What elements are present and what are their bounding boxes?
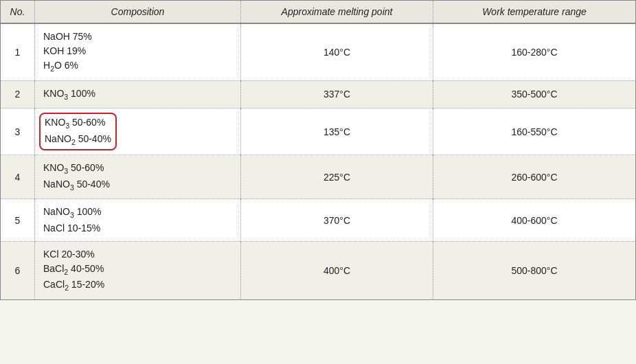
- composition-line: CaCl2 15-20%: [43, 277, 232, 294]
- composition-line: KNO3 100%: [43, 87, 232, 103]
- header-melting-point: Approximate melting point: [241, 1, 433, 24]
- cell-composition: KNO3 50-60%NaNO2 50-40%: [35, 109, 241, 155]
- cell-work-temp: 260-600°C: [433, 155, 636, 199]
- cell-no: 6: [1, 241, 35, 299]
- table-header-row: No. Composition Approximate melting poin…: [1, 1, 636, 24]
- cell-composition: NaNO3 100%NaCl 10-15%: [35, 199, 241, 242]
- composition-line: KOH 19%: [43, 44, 232, 58]
- cell-work-temp: 400-600°C: [433, 199, 636, 242]
- cell-no: 3: [1, 109, 35, 155]
- composition-line: BaCl2 40-50%: [43, 262, 232, 278]
- cell-melting-point: 337°C: [241, 80, 433, 109]
- cell-no: 4: [1, 155, 35, 199]
- cell-work-temp: 500-800°C: [433, 241, 636, 299]
- table-row: 6KCl 20-30%BaCl2 40-50%CaCl2 15-20%400°C…: [1, 241, 636, 299]
- cell-melting-point: 400°C: [241, 241, 433, 299]
- table-container: No. Composition Approximate melting poin…: [0, 0, 636, 300]
- cell-composition: NaOH 75%KOH 19%H2O 6%: [35, 23, 241, 80]
- header-work-temp: Work temperature range: [433, 1, 636, 24]
- composition-line: NaCl 10-15%: [43, 221, 232, 236]
- composition-line: NaNO3 50-40%: [43, 177, 232, 194]
- cell-melting-point: 140°C: [241, 23, 433, 80]
- composition-line: KNO3 50-60%: [43, 161, 232, 177]
- cell-work-temp: 160-550°C: [433, 109, 636, 155]
- cell-melting-point: 225°C: [241, 155, 433, 199]
- table-row: 4KNO3 50-60%NaNO3 50-40%225°C260-600°C: [1, 155, 636, 199]
- composition-line: H2O 6%: [43, 58, 232, 75]
- header-no: No.: [1, 1, 35, 24]
- cell-composition: KNO3 50-60%NaNO3 50-40%: [35, 155, 241, 199]
- cell-work-temp: 350-500°C: [433, 80, 636, 109]
- composition-line: KCl 20-30%: [43, 247, 232, 262]
- composition-line: NaOH 75%: [43, 30, 232, 44]
- table-row: 3KNO3 50-60%NaNO2 50-40%135°C160-550°C: [1, 109, 636, 155]
- table-row: 2KNO3 100%337°C350-500°C: [1, 80, 636, 109]
- cell-melting-point: 135°C: [241, 109, 433, 155]
- cell-composition: KNO3 100%: [35, 80, 241, 109]
- cell-no: 2: [1, 80, 35, 109]
- table-row: 1NaOH 75%KOH 19%H2O 6%140°C160-280°C: [1, 23, 636, 80]
- header-composition: Composition: [35, 1, 241, 24]
- cell-no: 5: [1, 199, 35, 242]
- table-row: 5NaNO3 100%NaCl 10-15%370°C400-600°C: [1, 199, 636, 242]
- composition-line: KNO3 50-60%: [45, 115, 111, 132]
- salt-bath-table: No. Composition Approximate melting poin…: [0, 0, 636, 300]
- cell-composition: KCl 20-30%BaCl2 40-50%CaCl2 15-20%: [35, 241, 241, 299]
- cell-work-temp: 160-280°C: [433, 23, 636, 80]
- cell-melting-point: 370°C: [241, 199, 433, 242]
- cell-no: 1: [1, 23, 35, 80]
- composition-line: NaNO3 100%: [43, 205, 232, 221]
- composition-line: NaNO2 50-40%: [45, 132, 111, 148]
